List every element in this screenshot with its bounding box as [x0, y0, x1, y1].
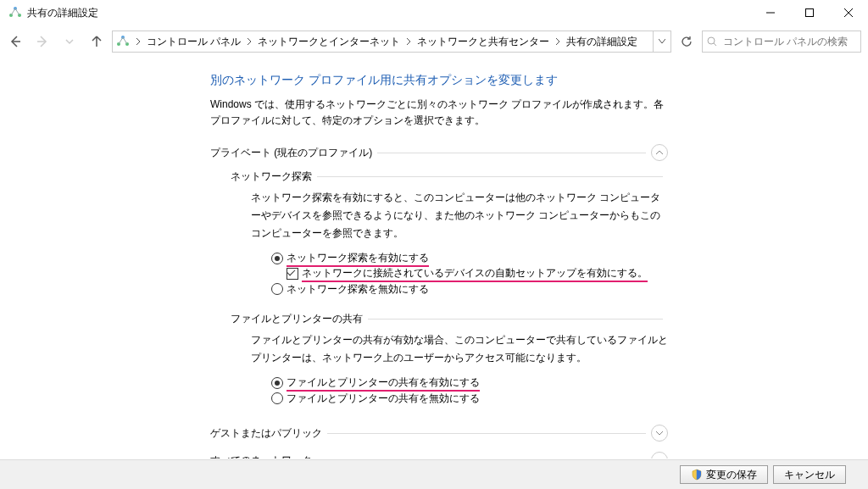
svg-rect-3	[806, 9, 814, 17]
breadcrumb[interactable]: コントロール パネル ネットワークとインターネット ネットワークと共有センター …	[112, 31, 671, 53]
option-label: ファイルとプリンターの共有を無効にする	[287, 392, 480, 406]
divider	[317, 176, 663, 177]
breadcrumb-item[interactable]: コントロール パネル	[143, 35, 244, 49]
refresh-button[interactable]	[675, 30, 698, 53]
subsection-header: ファイルとプリンターの共有	[231, 312, 363, 326]
breadcrumb-history-dropdown[interactable]	[653, 31, 670, 52]
back-button[interactable]	[3, 30, 27, 53]
breadcrumb-item[interactable]: 共有の詳細設定	[563, 35, 641, 49]
collapse-button[interactable]	[651, 144, 668, 161]
chevron-right-icon	[244, 38, 254, 45]
page-title: 別のネットワーク プロファイル用に共有オプションを変更します	[210, 73, 668, 88]
profile-all-label: すべてのネットワーク	[210, 453, 312, 458]
network-discovery-section: ネットワーク探索 ネットワーク探索を有効にすると、このコンピューターは他のネット…	[231, 169, 668, 297]
radio-icon	[271, 283, 283, 295]
cancel-button[interactable]: キャンセル	[773, 465, 846, 484]
chevron-right-icon	[133, 38, 143, 45]
search-input[interactable]	[721, 32, 860, 51]
divider	[327, 433, 646, 434]
minimize-button[interactable]	[751, 0, 790, 25]
profile-all-header[interactable]: すべてのネットワーク	[210, 452, 668, 458]
divider	[368, 319, 663, 320]
search-icon	[703, 36, 721, 47]
subsection-header: ネットワーク探索	[231, 169, 312, 184]
chevron-right-icon	[403, 38, 414, 45]
up-button[interactable]	[85, 30, 108, 53]
maximize-button[interactable]	[790, 0, 829, 25]
checkbox-device-autosetup[interactable]: ネットワークに接続されているデバイスの自動セットアップを有効にする。	[287, 266, 668, 281]
window-title: 共有の詳細設定	[27, 6, 98, 20]
toolbar: コントロール パネル ネットワークとインターネット ネットワークと共有センター …	[0, 26, 868, 58]
radio-discovery-disable[interactable]: ネットワーク探索を無効にする	[271, 281, 668, 297]
radio-icon	[271, 253, 283, 264]
app-icon	[8, 6, 22, 19]
profile-private-label: プライベート (現在のプロファイル)	[210, 146, 372, 160]
radio-icon	[271, 392, 283, 404]
radio-printer-enable[interactable]: ファイルとプリンターの共有を有効にする	[271, 375, 668, 391]
option-label: ネットワーク探索を無効にする	[287, 282, 429, 297]
save-button[interactable]: 変更の保存	[680, 465, 768, 484]
file-printer-section: ファイルとプリンターの共有 ファイルとプリンターの共有が有効な場合、このコンピュ…	[231, 312, 668, 406]
footer: 変更の保存 キャンセル	[0, 459, 868, 489]
checkbox-icon	[287, 268, 298, 280]
subsection-description: ネットワーク探索を有効にすると、このコンピューターは他のネットワーク コンピュー…	[251, 189, 668, 242]
search-box[interactable]	[702, 31, 861, 53]
close-button[interactable]	[829, 0, 868, 25]
recent-dropdown[interactable]	[58, 30, 81, 53]
forward-button[interactable]	[31, 30, 54, 53]
breadcrumb-item[interactable]: ネットワークと共有センター	[414, 35, 553, 49]
profile-guest-header[interactable]: ゲストまたはパブリック	[210, 425, 668, 442]
titlebar: 共有の詳細設定	[0, 0, 868, 26]
network-icon	[116, 35, 130, 48]
radio-printer-disable[interactable]: ファイルとプリンターの共有を無効にする	[271, 391, 668, 406]
divider	[377, 153, 646, 153]
radio-icon	[271, 377, 283, 389]
profile-guest-label: ゲストまたはパブリック	[210, 426, 322, 441]
expand-button[interactable]	[651, 425, 668, 442]
expand-button[interactable]	[651, 452, 668, 458]
option-label: ファイルとプリンターの共有を有効にする	[287, 375, 480, 392]
breadcrumb-item[interactable]: ネットワークとインターネット	[254, 35, 403, 49]
option-label: ネットワークに接続されているデバイスの自動セットアップを有効にする。	[302, 266, 648, 282]
save-button-label: 変更の保存	[706, 468, 757, 482]
shield-icon	[691, 469, 703, 481]
subsection-description: ファイルとプリンターの共有が有効な場合、このコンピューターで共有しているファイル…	[251, 331, 668, 367]
page-description: Windows では、使用するネットワークごとに別々のネットワーク プロファイル…	[210, 97, 668, 129]
content-area: 別のネットワーク プロファイル用に共有オプションを変更します Windows で…	[0, 56, 868, 458]
radio-discovery-enable[interactable]: ネットワーク探索を有効にする	[271, 251, 668, 266]
profile-private-header[interactable]: プライベート (現在のプロファイル)	[210, 144, 668, 161]
svg-point-7	[708, 37, 715, 44]
option-label: ネットワーク探索を有効にする	[287, 251, 429, 267]
cancel-button-label: キャンセル	[784, 468, 835, 482]
chevron-right-icon	[553, 38, 563, 45]
